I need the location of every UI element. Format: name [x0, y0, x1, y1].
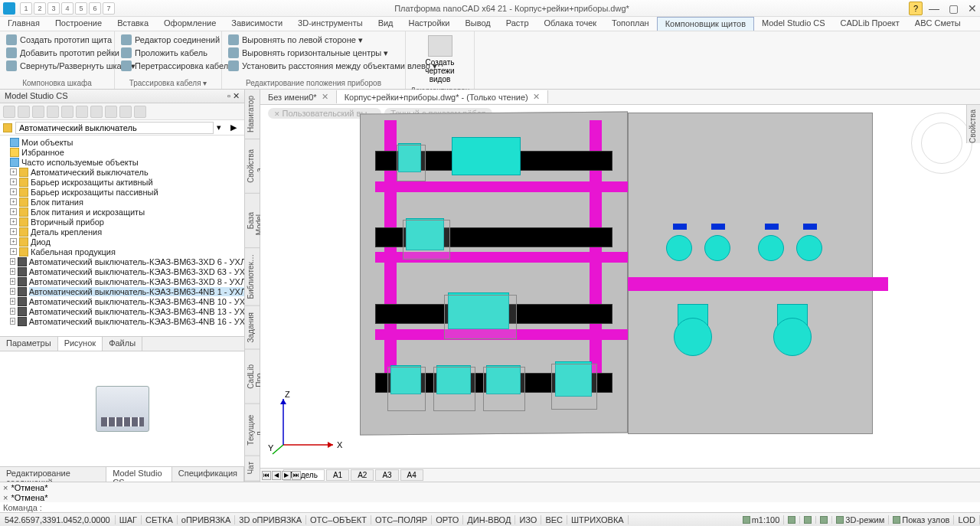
status-toggle[interactable]: ВЕС	[541, 515, 567, 524]
object-tree[interactable]: Мои объектыИзбранноеЧасто используемые о…	[0, 136, 244, 336]
layout-tab[interactable]: A4	[400, 469, 423, 481]
toolbar-button[interactable]	[61, 106, 74, 118]
tab-nav-next[interactable]: ▶	[282, 471, 291, 480]
tree-node[interactable]: +Автоматический выключатель-КЭАЗ-ВМ63-3Х…	[2, 276, 243, 286]
ribbon-tab[interactable]: Model Studio CS	[754, 17, 833, 31]
ribbon-tab[interactable]: Настройки	[401, 17, 458, 31]
align-hcenter-button[interactable]: Выровнять горизонтальные центры ▾	[227, 47, 400, 59]
tree-node[interactable]: +Автоматический выключатель-КЭАЗ-ВМ63-4N…	[2, 296, 243, 306]
ribbon-tab[interactable]: Облака точек	[537, 17, 605, 31]
layout-tab[interactable]: A1	[326, 469, 349, 481]
ribbon-tab[interactable]: Вид	[371, 17, 401, 31]
side-tab[interactable]: Чат	[245, 456, 260, 482]
tree-node[interactable]: Часто используемые объекты	[2, 157, 243, 167]
ribbon-tab[interactable]: Главная	[0, 17, 47, 31]
toolbar-button[interactable]	[119, 106, 132, 118]
qat-btn[interactable]: 7	[103, 2, 115, 15]
minimize-button[interactable]: —	[929, 2, 939, 15]
tree-node[interactable]: +Кабельная продукция	[2, 247, 243, 256]
create-view-drawings-button[interactable]: Создать чертежи видов	[410, 34, 469, 85]
tree-node[interactable]: +Автоматический выключатель-КЭАЗ-ВМ63-3Х…	[2, 266, 243, 276]
layout-tab[interactable]: A2	[351, 469, 374, 481]
side-tab[interactable]: Навигатор	[245, 90, 260, 139]
distribute-left-button[interactable]: Установить расстояния между объектами вл…	[227, 60, 400, 72]
status-toggle[interactable]: СЕТКА	[142, 515, 178, 524]
toolbar-button[interactable]	[134, 106, 146, 118]
side-tab[interactable]: Текущие п…	[245, 404, 260, 456]
tab-nav-first[interactable]: ⏮	[262, 471, 271, 480]
toolbar-button[interactable]	[18, 106, 30, 118]
side-tab[interactable]: CadLib Про…	[245, 349, 260, 404]
tree-node[interactable]: Избранное	[2, 147, 243, 157]
status-icon[interactable]	[816, 516, 832, 524]
qat-btn[interactable]: 4	[61, 2, 74, 15]
tree-node[interactable]: +Барьер искрозащиты активный	[2, 177, 243, 187]
toolbar-button[interactable]	[47, 106, 59, 118]
tree-node[interactable]: +Автоматический выключатель-КЭАЗ-ВМ63-4N…	[2, 306, 243, 316]
tree-node[interactable]: +Блок питания	[2, 197, 243, 207]
tree-node[interactable]: +Автоматический выключатель-КЭАЗ-ВМ63-4N…	[2, 286, 243, 296]
align-left-button[interactable]: Выровнять по левой стороне ▾	[227, 34, 400, 46]
ribbon-tab[interactable]: CADLib Проект	[833, 17, 907, 31]
close-tab-icon[interactable]: ✕	[533, 92, 540, 102]
qat-btn[interactable]: 2	[34, 2, 46, 15]
add-rail-prototype-button[interactable]: Добавить прототип рейки ▾	[5, 47, 109, 59]
status-toggle[interactable]: 3D оПРИВЯЗКА	[235, 515, 306, 524]
ribbon-tab[interactable]: Топоплан	[604, 17, 657, 31]
tree-node[interactable]: +Барьер искрозащиты пассивный	[2, 187, 243, 197]
tree-node[interactable]: +Деталь крепления	[2, 227, 243, 237]
toolbar-button[interactable]	[105, 106, 117, 118]
ribbon-tab[interactable]: Компоновщик щитов	[657, 17, 754, 31]
tree-node[interactable]: Мои объекты	[2, 137, 243, 147]
tree-node[interactable]: +Вторичный прибор	[2, 217, 243, 227]
close-tab-icon[interactable]: ✕	[322, 92, 328, 102]
document-tab[interactable]: Без имени0*✕	[260, 90, 337, 103]
3d-viewport[interactable]: ✕ Пользовательский вы… Точный с показом …	[260, 105, 980, 468]
status-toggle[interactable]: ШАГ	[116, 515, 142, 524]
tree-node[interactable]: +Автоматический выключатель	[2, 167, 243, 177]
maximize-button[interactable]: ▢	[949, 2, 959, 15]
qat-btn[interactable]: 1	[20, 2, 32, 15]
connection-editor-button[interactable]: Редактор соединений	[119, 34, 217, 46]
ribbon-tab[interactable]: Растр	[498, 17, 537, 31]
route-cable-button[interactable]: Проложить кабель	[119, 47, 217, 59]
tab-nav-last[interactable]: ⏭	[292, 471, 301, 480]
panel-tab[interactable]: Model Studio CS	[106, 467, 172, 482]
search-input[interactable]	[15, 122, 214, 134]
panel-controls[interactable]: ▫ ✕	[227, 91, 240, 101]
view-compass[interactable]	[911, 113, 972, 174]
tree-node[interactable]: +Автоматический выключатель-КЭАЗ-ВМ63-4N…	[2, 316, 243, 326]
side-tab[interactable]: Задания	[245, 306, 260, 350]
property-tab[interactable]: Файлы	[103, 337, 142, 351]
panel-tab[interactable]: Спецификация	[172, 467, 244, 482]
ribbon-tab[interactable]: 3D-инструменты	[290, 17, 371, 31]
property-tab[interactable]: Рисунок	[58, 337, 103, 351]
ribbon-tab[interactable]: Вывод	[457, 17, 498, 31]
search-go-button[interactable]: ▶	[230, 123, 241, 133]
ribbon-tab[interactable]: Оформление	[156, 17, 224, 31]
tree-node[interactable]: +Блок питания и искрозащиты	[2, 207, 243, 217]
panel-tab[interactable]: Редактирование соединений	[0, 467, 106, 482]
status-toggle[interactable]: ШТРИХОВКА	[567, 515, 629, 524]
status-icon[interactable]	[784, 516, 800, 524]
close-button[interactable]: ✕	[968, 2, 977, 15]
toolbar-button[interactable]	[32, 106, 44, 118]
ribbon-tab[interactable]: Вставка	[109, 17, 156, 31]
qat-btn[interactable]: 6	[89, 2, 101, 15]
status-toggle[interactable]: ОТС–ОБЪЕКТ	[306, 515, 371, 524]
ribbon-tab[interactable]: Построение	[47, 17, 109, 31]
collapse-expand-button[interactable]: Свернуть/Развернуть шкаф ▾	[5, 60, 109, 72]
side-tab[interactable]: Свойства э…	[245, 139, 260, 194]
status-toggle[interactable]: ОТС–ПОЛЯР	[371, 515, 432, 524]
side-tab[interactable]: База Model…	[245, 194, 260, 248]
create-shield-prototype-button[interactable]: Создать прототип щита	[5, 34, 109, 46]
command-input[interactable]	[45, 503, 977, 512]
status-icon[interactable]	[800, 516, 816, 524]
retrace-cables-button[interactable]: Перетрассировка кабелей	[119, 60, 217, 72]
ribbon-tab[interactable]: ABC Сметы	[907, 17, 969, 31]
tree-node[interactable]: +Автоматический выключатель-КЭАЗ-ВМ63-3Х…	[2, 256, 243, 266]
property-tab[interactable]: Параметры	[0, 337, 58, 351]
side-tab[interactable]: Библиотек…	[245, 248, 260, 306]
search-options-button[interactable]: ▾	[217, 123, 227, 133]
document-tab[interactable]: Корпус+рейки+приборы.dwg* - (Только чтен…	[337, 90, 548, 103]
